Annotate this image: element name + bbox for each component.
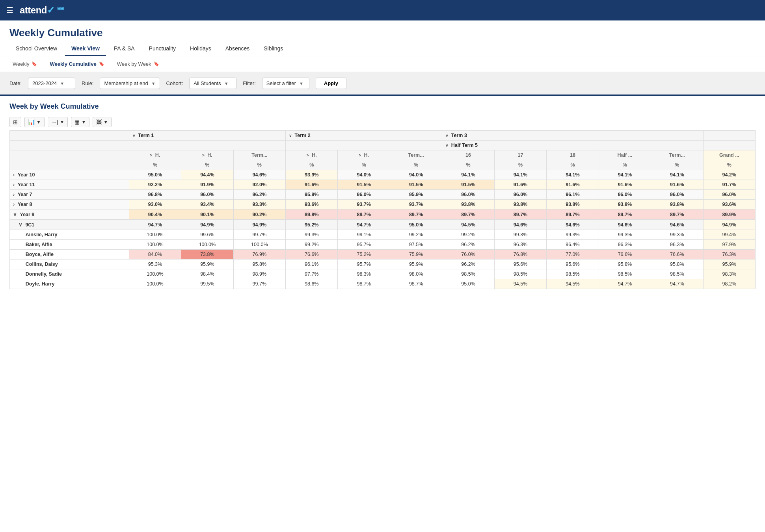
sub-tab-week-by-week[interactable]: Week by Week 🔖 [114,59,162,69]
table-row[interactable]: ∨ 9C194.7%94.9%94.9%95.2%94.7%95.0%94.5%… [10,220,756,230]
cell-value: 93.9% [286,170,338,180]
cell-value: 94.6% [599,220,651,230]
expand-icon[interactable]: › [13,182,16,187]
rule-dropdown[interactable]: Membership at end ▼ [100,78,160,89]
cell-value: 100.0% [233,240,285,250]
col-17: 17 [494,150,546,160]
columns-button[interactable]: ▦ ▼ [71,117,89,127]
export-icon: →| [51,119,58,125]
term1-header: ∨ Term 1 [129,131,285,141]
grid-view-button[interactable]: ⊞ [9,117,21,127]
chart-icon: 📊 [28,119,35,125]
cell-value: 96.2% [442,240,494,250]
expand-icon[interactable]: ∨ [19,222,24,228]
cell-value: 99.2% [286,240,338,250]
tab-pa-sa[interactable]: PA & SA [108,42,141,56]
table-row[interactable]: › Year 796.8%96.0%96.2%95.9%96.0%95.9%96… [10,190,756,200]
filter-dropdown[interactable]: Select a filter ▼ [262,78,309,89]
cell-value: 100.0% [129,269,181,279]
grand-col-header [703,131,755,141]
cell-value: 99.7% [233,279,285,289]
cell-value: 99.3% [651,230,703,240]
tab-absences[interactable]: Absences [219,42,256,56]
cell-value: 94.1% [651,170,703,180]
cell-value: 90.4% [129,209,181,220]
cohort-dropdown[interactable]: All Students ▼ [189,78,236,89]
table-row[interactable]: ∨ Year 990.4%90.1%90.2%89.8%89.7%89.7%89… [10,209,756,220]
expand-icon[interactable]: ∨ [13,212,18,217]
table-row: Collins, Daisy95.3%95.9%95.8%96.1%95.7%9… [10,260,756,269]
filter-bar: Date: 2023-2024 ▼ Rule: Membership at en… [0,72,765,96]
cell-value: 95.9% [286,190,338,200]
grand-col-header2 [703,141,755,150]
sub-tabs: Weekly 🔖 Weekly Cumulative 🔖 Week by Wee… [0,56,765,72]
apply-button[interactable]: Apply [316,78,346,89]
tab-punctuality[interactable]: Punctuality [143,42,182,56]
cell-value: 93.3% [233,200,285,209]
cell-value: 94.7% [338,220,390,230]
cell-value: 98.5% [442,269,494,279]
cell-value: 99.3% [547,230,599,240]
cell-value: 94.1% [442,170,494,180]
cell-value: 91.5% [442,180,494,190]
cell-value: 95.6% [547,260,599,269]
cell-value: 94.5% [494,279,546,289]
tab-siblings[interactable]: Siblings [257,42,289,56]
cell-value: 93.0% [129,200,181,209]
cell-value: 96.3% [651,240,703,250]
table-row[interactable]: › Year 1192.2%91.9%92.0%91.6%91.5%91.5%9… [10,180,756,190]
year-name: › Year 11 [10,180,129,190]
hamburger-icon[interactable]: ☰ [6,6,13,15]
cell-value: 93.6% [703,200,755,209]
term2-header: ∨ Term 2 [286,131,442,141]
cell-value: 73.8% [181,250,233,260]
cell-value: 96.2% [233,190,285,200]
cell-value: 91.5% [390,180,442,190]
date-dropdown[interactable]: 2023-2024 ▼ [28,78,75,89]
cell-value: 94.7% [129,220,181,230]
cell-value: 93.8% [547,200,599,209]
cell-value: 99.5% [181,279,233,289]
view-icon: 🖼 [96,119,102,125]
cell-value: 93.7% [390,200,442,209]
year-name: › Year 7 [10,190,129,200]
top-header: ☰ attend✓ ⊞⊞ [0,0,765,20]
view-button[interactable]: 🖼 ▼ [93,117,112,127]
cell-value: 98.5% [547,269,599,279]
cell-value: 94.7% [599,279,651,289]
expand-icon[interactable]: › [13,172,16,178]
cell-value: 98.6% [286,279,338,289]
student-name: Donnelly, Sadie [10,269,129,279]
year-name: › Year 10 [10,170,129,180]
cell-value: 99.7% [233,230,285,240]
expand-icon[interactable]: › [13,202,16,207]
student-name: Doyle, Harry [10,279,129,289]
cell-value: 94.2% [703,170,755,180]
cell-value: 94.0% [390,170,442,180]
cell-value: 96.0% [494,190,546,200]
chart-button[interactable]: 📊 ▼ [24,117,45,127]
expand-icon[interactable]: › [13,192,16,197]
cell-value: 96.0% [651,190,703,200]
student-name: Baker, Alfie [10,240,129,250]
table-row[interactable]: › Year 1095.0%94.4%94.6%93.9%94.0%94.0%9… [10,170,756,180]
tab-holidays[interactable]: Holidays [184,42,218,56]
cell-value: 96.0% [599,190,651,200]
table-row: Donnelly, Sadie100.0%98.4%98.9%97.7%98.3… [10,269,756,279]
name-col-header3 [10,150,129,160]
cell-value: 89.7% [651,209,703,220]
cell-value: 84.0% [129,250,181,260]
tab-week-view[interactable]: Week View [65,42,106,56]
toolbar: ⊞ 📊 ▼ →| ▼ ▦ ▼ 🖼 ▼ [0,114,765,130]
cell-value: 95.2% [286,220,338,230]
sub-tab-weekly-cumulative[interactable]: Weekly Cumulative 🔖 [47,59,107,69]
cell-value: 94.5% [442,220,494,230]
export-button[interactable]: →| ▼ [48,117,68,127]
table-row: Doyle, Harry100.0%99.5%99.7%98.6%98.7%98… [10,279,756,289]
cohort-label: Cohort: [166,80,183,86]
sub-tab-weekly[interactable]: Weekly 🔖 [9,59,40,69]
cell-value: 98.7% [338,279,390,289]
tab-school-overview[interactable]: School Overview [9,42,63,56]
cell-value: 91.6% [494,180,546,190]
table-row[interactable]: › Year 893.0%93.4%93.3%93.6%93.7%93.7%93… [10,200,756,209]
